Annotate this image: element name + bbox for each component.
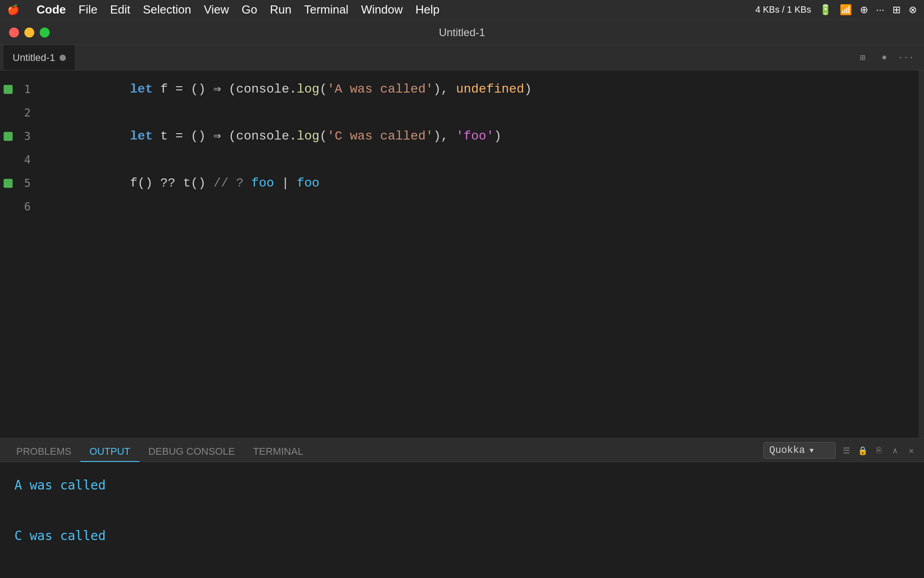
tab-actions: ⊞ ● ···: [855, 51, 920, 65]
code-line-6: 6: [0, 195, 919, 219]
quokka-dropdown[interactable]: Quokka ▾: [763, 442, 836, 459]
tab-problems[interactable]: PROBLEMS: [7, 442, 80, 462]
menu-go[interactable]: Go: [236, 1, 264, 19]
line-number-6: 6: [16, 200, 31, 213]
undefined-val: undefined: [456, 82, 524, 96]
breakpoint-2: [4, 108, 13, 117]
output-line-3: C was called: [14, 523, 910, 549]
tab-terminal[interactable]: TERMINAL: [244, 442, 312, 462]
gutter-1: 1: [0, 83, 36, 96]
menu-edit[interactable]: Edit: [104, 1, 137, 19]
string-a-was-called: 'A was called': [327, 82, 433, 96]
code-plain-1b: (console.: [221, 82, 297, 96]
battery-icon: 🔋: [819, 4, 832, 16]
arrow-1: ⇒: [213, 82, 221, 96]
menu-file[interactable]: File: [72, 1, 104, 19]
close-button[interactable]: [9, 28, 19, 37]
code-plain-5a: f() ?? t(): [130, 176, 213, 190]
notch-icon: ⊗: [909, 4, 917, 16]
editor-scrollbar[interactable]: [919, 70, 924, 438]
editor-container: Untitled-1 ⊞ ● ··· 1 let f = () ⇒ (conso…: [0, 45, 924, 578]
code-plain-3b: (console.: [221, 129, 297, 143]
menu-window[interactable]: Window: [355, 1, 409, 19]
breakpoint-5[interactable]: [4, 179, 13, 188]
code-line-5: 5 f() ?? t() // ? foo | foo: [0, 172, 919, 195]
line-number-1: 1: [16, 83, 31, 96]
code-plain-3c: ),: [433, 129, 456, 143]
code-plain-1a: f = (): [152, 82, 213, 96]
more-actions-button[interactable]: ···: [899, 51, 913, 65]
tab-dot-button[interactable]: ●: [877, 51, 892, 65]
clear-output-icon[interactable]: ☰: [841, 445, 852, 456]
method-log-3: log: [297, 129, 319, 143]
wifi-icon: 📶: [840, 4, 852, 16]
line-number-2: 2: [16, 107, 31, 119]
panel-tabs: PROBLEMS OUTPUT DEBUG CONSOLE TERMINAL Q…: [0, 438, 924, 462]
control-center-icon: ⊞: [892, 4, 901, 16]
gutter-5: 5: [0, 177, 36, 190]
comment-q-5: // ?: [213, 176, 244, 190]
tab-output[interactable]: OUTPUT: [80, 442, 139, 462]
maximize-button[interactable]: [40, 28, 50, 37]
editor-tab-untitled[interactable]: Untitled-1: [4, 45, 75, 70]
copy-icon[interactable]: ⎘: [873, 445, 884, 456]
menu-terminal[interactable]: Terminal: [298, 1, 355, 19]
tab-unsaved-dot: [60, 55, 66, 61]
string-foo-3: 'foo': [456, 129, 494, 143]
collapse-panel-icon[interactable]: ∧: [890, 445, 901, 456]
traffic-lights: [9, 28, 50, 37]
menubar-right: 4 KBs / 1 KBs 🔋 📶 ⊕ ··· ⊞ ⊗: [755, 4, 917, 16]
pipe-5: |: [274, 176, 296, 190]
result-foo-2: foo: [297, 176, 319, 190]
tabbar: Untitled-1 ⊞ ● ···: [0, 45, 924, 70]
apple-menu[interactable]: 🍎: [7, 4, 19, 16]
breakpoint-4: [4, 155, 13, 164]
airdrop-icon: ⊕: [860, 4, 868, 16]
code-line-3: 3 let t = () ⇒ (console.log('C was calle…: [0, 125, 919, 148]
gutter-2: 2: [0, 107, 36, 119]
paren-1b: ): [524, 82, 532, 96]
minimize-button[interactable]: [24, 28, 34, 37]
result-foo-1: foo: [244, 176, 274, 190]
titlebar: Untitled-1: [0, 20, 924, 45]
line-number-3: 3: [16, 130, 31, 143]
breakpoint-3[interactable]: [4, 132, 13, 141]
code-area[interactable]: 1 let f = () ⇒ (console.log('A was calle…: [0, 70, 919, 438]
menu-view[interactable]: View: [198, 1, 236, 19]
breakpoint-6: [4, 202, 13, 211]
line-number-4: 4: [16, 154, 31, 166]
keyword-let-3: let: [130, 129, 152, 143]
string-c-was-called: 'C was called': [327, 129, 433, 143]
gutter-3: 3: [0, 130, 36, 143]
lock-icon[interactable]: 🔒: [857, 445, 868, 456]
gutter-4: 4: [0, 154, 36, 166]
line-number-5: 5: [16, 177, 31, 190]
editor-main: 1 let f = () ⇒ (console.log('A was calle…: [0, 70, 924, 438]
paren-1a: (: [319, 82, 327, 96]
code-plain-3a: t = (): [152, 129, 213, 143]
method-log-1: log: [297, 82, 319, 96]
menubar: 🍎 Code File Edit Selection View Go Run T…: [0, 0, 924, 20]
window-title: Untitled-1: [439, 26, 485, 39]
menu-code[interactable]: Code: [30, 1, 72, 19]
split-editor-button[interactable]: ⊞: [855, 51, 870, 65]
paren-3b: ): [494, 129, 502, 143]
panel-tab-actions: Quokka ▾ ☰ 🔒 ⎘ ∧ ✕: [763, 442, 917, 461]
dots-icon: ···: [876, 4, 884, 16]
code-plain-1c: ),: [433, 82, 456, 96]
output-line-1: A was called: [14, 473, 910, 498]
menu-help[interactable]: Help: [409, 1, 446, 19]
arrow-3: ⇒: [213, 129, 221, 143]
menu-run[interactable]: Run: [263, 1, 298, 19]
tab-label: Untitled-1: [13, 52, 55, 64]
gutter-6: 6: [0, 200, 36, 213]
tab-debug-console[interactable]: DEBUG CONSOLE: [139, 442, 244, 462]
breakpoint-1[interactable]: [4, 85, 13, 94]
quokka-label: Quokka: [769, 445, 805, 456]
panel-content: A was called C was called: [0, 462, 924, 578]
chevron-down-icon: ▾: [808, 444, 814, 457]
bottom-panel: PROBLEMS OUTPUT DEBUG CONSOLE TERMINAL Q…: [0, 438, 924, 578]
menu-selection[interactable]: Selection: [137, 1, 198, 19]
paren-3a: (: [319, 129, 327, 143]
close-panel-icon[interactable]: ✕: [906, 445, 917, 456]
